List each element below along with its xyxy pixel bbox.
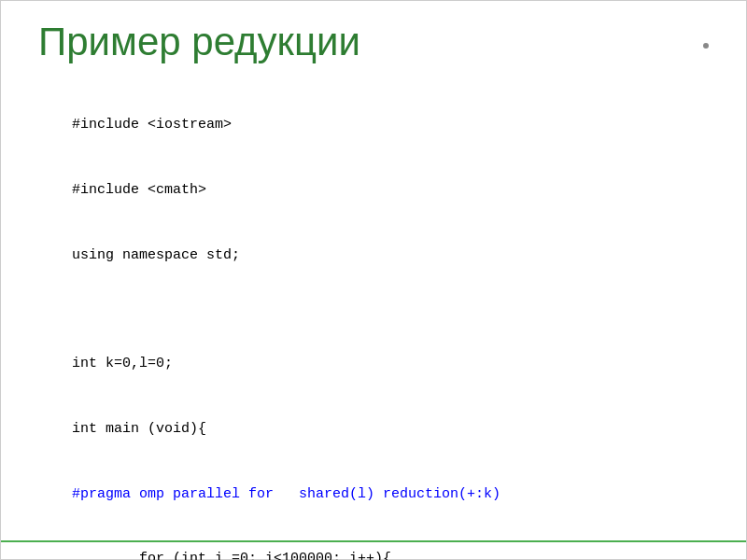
- code-line-2: #include <cmath>: [72, 182, 206, 198]
- bottom-border: [1, 540, 746, 542]
- dot-indicator: [703, 43, 709, 49]
- code-line-3: using namespace std;: [72, 247, 240, 263]
- code-line-6: int main (void){: [72, 421, 206, 437]
- code-block: #include <iostream> #include <cmath> usi…: [38, 92, 709, 560]
- code-line-8: for (int i =0; i<100000; i++){: [72, 551, 391, 560]
- code-line-5: int k=0,l=0;: [72, 356, 173, 371]
- slide-title: Пример редукции: [38, 20, 709, 64]
- slide: Пример редукции #include <iostream> #inc…: [0, 0, 747, 560]
- code-line-7: #pragma omp parallel for shared(l) reduc…: [72, 486, 500, 502]
- code-line-1: #include <iostream>: [72, 117, 232, 133]
